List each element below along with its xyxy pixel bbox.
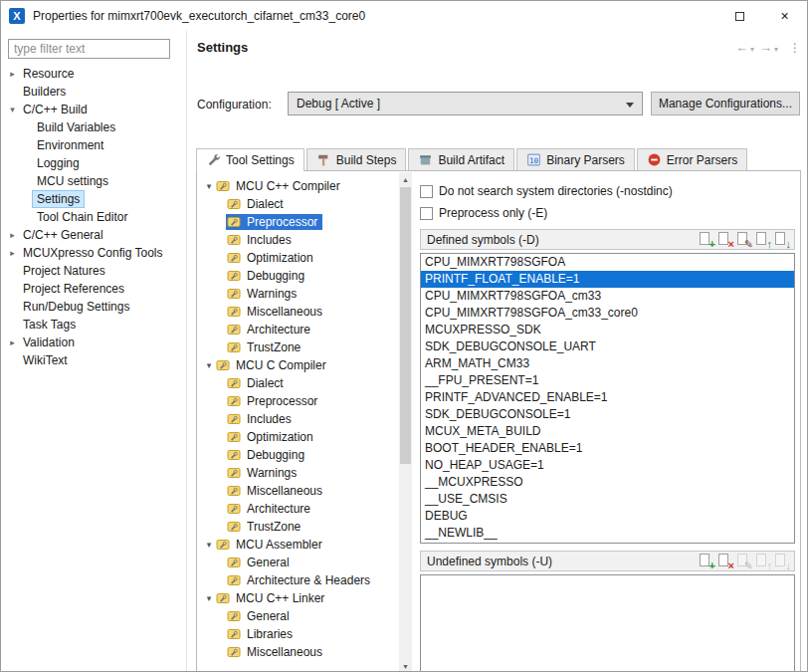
title-bar[interactable]: X Properties for mimxrt700evk_executorch… <box>1 1 807 31</box>
configuration-dropdown[interactable]: Debug [ Active ] <box>288 92 643 115</box>
tool-tree-item[interactable]: Optimization <box>198 249 399 267</box>
tool-tree-item[interactable]: Includes <box>198 231 399 249</box>
tool-tree-item[interactable]: Includes <box>198 410 399 428</box>
manage-configurations-button[interactable]: Manage Configurations... <box>651 92 800 115</box>
tool-tree-item[interactable]: General <box>198 607 399 625</box>
sidebar-item[interactable]: C/C++ Build <box>1 101 186 118</box>
tool-tree-item[interactable]: MCU Assembler <box>198 536 399 554</box>
tree-expand-icon[interactable] <box>6 69 19 79</box>
tree-expand-icon[interactable] <box>203 593 215 603</box>
back-button[interactable]: ← <box>735 40 748 55</box>
sidebar-item[interactable]: Tool Chain Editor <box>1 208 186 226</box>
tab[interactable]: 10 Tool Settings <box>196 148 304 171</box>
tool-tree-item[interactable]: TrustZone <box>198 338 399 356</box>
defined-symbol-row[interactable]: __MCUXPRESSO <box>421 474 794 491</box>
defined-symbol-row[interactable]: CPU_MIMXRT798SGFOA <box>421 254 794 271</box>
defined-symbol-row[interactable]: MCUX_META_BUILD <box>421 423 794 440</box>
checkbox[interactable] <box>420 185 433 198</box>
tool-tree-item[interactable]: Miscellaneous <box>198 482 399 500</box>
move-symbol-down-icon[interactable] <box>773 231 791 248</box>
delete-symbol-icon[interactable] <box>716 231 734 248</box>
sidebar-item[interactable]: Resource <box>1 65 186 83</box>
defined-symbol-row[interactable]: __NEWLIB__ <box>421 525 794 542</box>
defined-symbol-row[interactable]: BOOT_HEADER_ENABLE=1 <box>421 440 794 457</box>
sidebar-item[interactable]: Logging <box>1 154 186 172</box>
sidebar-item[interactable]: Run/Debug Settings <box>1 298 186 316</box>
tab[interactable]: 10 Build Artifact <box>408 148 514 170</box>
move-symbol-up-icon[interactable] <box>754 553 772 569</box>
tool-tree-item[interactable]: TrustZone <box>198 518 399 536</box>
defined-symbol-row[interactable]: PRINTF_ADVANCED_ENABLE=1 <box>421 389 794 406</box>
sidebar-item[interactable]: WikiText <box>1 351 186 369</box>
tree-expand-icon[interactable] <box>203 540 215 550</box>
tool-tree-item[interactable]: Warnings <box>198 464 399 482</box>
delete-symbol-icon[interactable] <box>716 553 734 569</box>
tab[interactable]: 10 Build Steps <box>306 148 407 170</box>
tool-tree-item[interactable]: Debugging <box>198 267 399 285</box>
tool-tree-item[interactable]: Preprocessor <box>198 213 399 231</box>
tool-tree-item[interactable]: Miscellaneous <box>198 303 399 321</box>
tool-tree-item[interactable]: MCU C++ Compiler <box>198 177 399 195</box>
forward-history-icon[interactable]: ▾ <box>774 45 778 54</box>
add-symbol-icon[interactable] <box>698 553 715 569</box>
defined-symbol-row[interactable]: SDK_DEBUGCONSOLE_UART <box>421 338 794 355</box>
edit-symbol-icon[interactable] <box>735 553 753 569</box>
tool-tree-item[interactable]: MCU C++ Linker <box>198 589 399 607</box>
defined-symbol-row[interactable]: SDK_DEBUGCONSOLE=1 <box>421 406 794 423</box>
tool-tree-item[interactable]: MCU C Compiler <box>198 356 399 374</box>
tree-expand-icon[interactable] <box>6 248 19 258</box>
checkbox-option[interactable]: Do not search system directories (-nostd… <box>420 180 673 202</box>
sidebar-item[interactable]: Project Natures <box>1 262 186 280</box>
tree-expand-icon[interactable] <box>6 230 19 240</box>
tool-tree-item[interactable]: Dialect <box>198 195 399 213</box>
tool-tree-item[interactable]: Dialect <box>198 374 399 392</box>
view-menu-icon[interactable]: ⋮ <box>789 41 801 55</box>
sidebar-item[interactable]: Settings <box>1 190 186 208</box>
filter-input[interactable] <box>8 39 170 59</box>
sidebar-item[interactable]: Validation <box>1 334 186 351</box>
move-symbol-up-icon[interactable] <box>754 231 772 248</box>
tree-expand-icon[interactable] <box>6 337 19 347</box>
defined-symbol-row[interactable]: NO_HEAP_USAGE=1 <box>421 457 794 474</box>
tool-tree-item[interactable]: Debugging <box>198 446 399 464</box>
sidebar-item[interactable]: Environment <box>1 136 186 154</box>
sidebar-item[interactable]: MCU settings <box>1 172 186 190</box>
tree-expand-icon[interactable] <box>6 105 19 114</box>
tool-tree-item[interactable]: Preprocessor <box>198 392 399 410</box>
tool-tree-item[interactable]: Architecture & Headers <box>198 571 399 589</box>
scrollbar-thumb[interactable] <box>400 187 411 464</box>
tool-tree-item[interactable]: Architecture <box>198 500 399 518</box>
defined-symbol-row[interactable]: __USE_CMSIS <box>421 491 794 508</box>
tab[interactable]: 10 Binary Parsers <box>516 148 635 170</box>
sidebar-item[interactable]: C/C++ General <box>1 226 186 244</box>
tool-tree-item[interactable]: Architecture <box>198 321 399 338</box>
defined-symbol-row[interactable]: ARM_MATH_CM33 <box>421 355 794 372</box>
defined-symbol-row[interactable]: CPU_MIMXRT798SGFOA_cm33 <box>421 288 794 305</box>
defined-symbol-row[interactable]: DEBUG <box>421 508 794 525</box>
checkbox-option[interactable]: Preprocess only (-E) <box>420 202 673 224</box>
defined-symbol-row[interactable]: PRINTF_FLOAT_ENABLE=1 <box>421 271 794 288</box>
undefined-symbols-list[interactable] <box>420 574 795 672</box>
back-history-icon[interactable]: ▾ <box>750 45 754 54</box>
close-button[interactable]: × <box>762 1 807 31</box>
defined-symbols-list[interactable]: CPU_MIMXRT798SGFOAPRINTF_FLOAT_ENABLE=1C… <box>420 253 795 544</box>
sidebar-item[interactable]: Task Tags <box>1 316 186 334</box>
checkbox[interactable] <box>420 207 433 220</box>
defined-symbol-row[interactable]: __FPU_PRESENT=1 <box>421 372 794 389</box>
edit-symbol-icon[interactable] <box>735 231 753 248</box>
tool-tree-item[interactable]: Libraries <box>198 625 399 643</box>
maximize-button[interactable] <box>717 1 762 31</box>
tool-tree-item[interactable]: Warnings <box>198 285 399 303</box>
tab[interactable]: 10 Error Parsers <box>637 148 747 170</box>
defined-symbol-row[interactable]: CPU_MIMXRT798SGFOA_cm33_core0 <box>421 305 794 322</box>
scroll-down-icon[interactable]: ▼ <box>399 659 412 672</box>
defined-symbol-row[interactable]: MCUXPRESSO_SDK <box>421 322 794 338</box>
tree-scrollbar[interactable]: ▲ ▼ <box>399 172 412 672</box>
sidebar-item[interactable]: Project References <box>1 280 186 298</box>
tree-expand-icon[interactable] <box>203 181 215 191</box>
sidebar-item[interactable]: Build Variables <box>1 118 186 136</box>
move-symbol-down-icon[interactable] <box>773 553 791 569</box>
sidebar-item[interactable]: MCUXpresso Config Tools <box>1 244 186 262</box>
tree-expand-icon[interactable] <box>203 360 215 370</box>
tool-tree-item[interactable]: Miscellaneous <box>198 643 399 661</box>
